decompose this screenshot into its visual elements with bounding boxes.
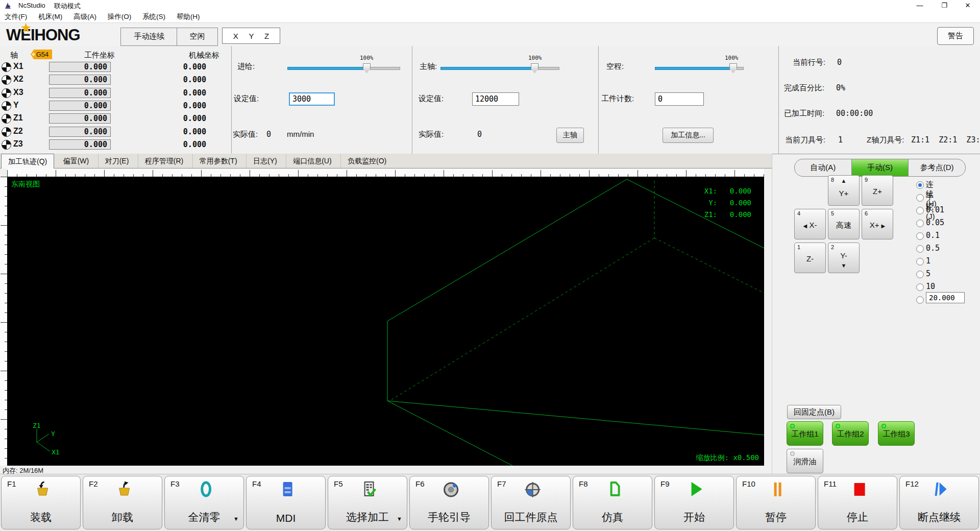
axis-row-z3: Z3 0.000 0.000 <box>0 139 214 151</box>
wcs-tag[interactable]: G54 <box>31 50 52 59</box>
menu-system[interactable]: 系统(S) <box>138 11 170 22</box>
app-icon <box>4 2 12 10</box>
tab-offset[interactable]: 偏置(W) <box>57 154 96 168</box>
fkey-clear-zero-button[interactable]: F3 全清零 ▼ <box>164 476 244 529</box>
dropdown-arrow-icon[interactable]: ▼ <box>233 516 239 522</box>
work-group-3-button[interactable]: 工作组3 <box>878 421 915 446</box>
jog-z-minus-button[interactable]: 1 Z- <box>794 243 826 273</box>
spindle-actual-label: 实际值: <box>419 130 444 139</box>
led-off-icon <box>790 451 795 456</box>
maximize-button[interactable]: ❐ <box>933 0 955 11</box>
work-coord-value: 0.000 <box>49 101 111 111</box>
work-group-2-button[interactable]: 工作组2 <box>832 421 869 446</box>
trajectory-viewport[interactable]: 东南视图 X1: 0.000 Y: 0.000 Z1: 0.000 Z1 Y X… <box>7 177 764 466</box>
readout-x-label: X1: <box>687 187 717 195</box>
tab-port-info[interactable]: 端口信息(U) <box>286 154 338 168</box>
machining-info-button[interactable]: 加工信息... <box>663 128 714 143</box>
jog-y-minus-button[interactable]: 2 Y- ▼ <box>828 243 860 273</box>
machine-coord-value: 0.000 <box>150 62 206 71</box>
readout-z-label: Z1: <box>687 210 717 219</box>
datum-icon <box>2 140 11 150</box>
mode-tab-reference[interactable]: 参考点(D) <box>908 159 965 176</box>
custom-step-input[interactable] <box>926 292 965 303</box>
fkey-load-button[interactable]: F1 装载 <box>1 476 81 529</box>
fixed-point-button[interactable]: 回固定点(B) <box>787 405 841 419</box>
workpiece-count-input[interactable] <box>655 92 704 106</box>
axes-indicator: X Y Z <box>222 28 280 44</box>
fkey-start-button[interactable]: F9 开始 <box>654 476 734 529</box>
tab-tool-calib[interactable]: 对刀(E) <box>98 154 136 168</box>
percent-complete-label: 完成百分比: <box>784 83 824 93</box>
work-coord-value: 0.000 <box>49 75 111 85</box>
tab-trajectory[interactable]: 加工轨迹(Q) <box>1 154 54 168</box>
pause-icon <box>769 480 787 499</box>
fkey-select-program-button[interactable]: F5 选择加工 ▼ <box>328 476 407 529</box>
tab-load-monitor[interactable]: 负载监控(O) <box>340 154 393 168</box>
fkey-resume-button[interactable]: F12 断点继续 <box>899 476 979 529</box>
datum-icon <box>2 114 11 124</box>
mdi-icon <box>279 480 297 499</box>
radio-icon <box>916 245 924 253</box>
menu-machine[interactable]: 机床(M) <box>34 11 67 22</box>
work-coord-value: 0.000 <box>49 127 111 137</box>
feed-slider-thumb[interactable] <box>363 63 371 73</box>
feed-slider[interactable] <box>287 67 400 70</box>
readout-x-value: 0.000 <box>716 187 751 195</box>
menu-help[interactable]: 帮助(H) <box>172 11 205 22</box>
lubricant-button[interactable]: 润滑油 <box>787 449 823 473</box>
fkey-stop-button[interactable]: F11 停止 <box>818 476 897 529</box>
rapid-label: 空程: <box>606 62 624 71</box>
machine-state-button[interactable]: 空闲 <box>177 28 218 46</box>
readout-y-value: 0.000 <box>716 199 751 207</box>
start-icon <box>687 480 705 499</box>
mode-tab-auto[interactable]: 自动(A) <box>795 159 851 176</box>
menu-advanced[interactable]: 高级(A) <box>69 11 101 22</box>
axis-z-indicator: Z <box>264 32 269 40</box>
minimize-button[interactable]: — <box>909 0 931 11</box>
tab-common-params[interactable]: 常用参数(T) <box>192 154 244 168</box>
led-on-icon <box>881 424 886 428</box>
spindle-slider[interactable] <box>440 67 559 70</box>
fkey-handwheel-guide-button[interactable]: F6 手轮引导 <box>409 476 489 529</box>
fkey-unload-button[interactable]: F2 卸载 <box>83 476 162 529</box>
fkey-simulate-button[interactable]: F8 仿真 <box>573 476 652 529</box>
spindle-set-label: 设定值: <box>419 94 444 104</box>
spindle-percent: 100% <box>528 55 542 61</box>
jog-y-plus-button[interactable]: 8 ▲ Y+ <box>828 175 860 206</box>
menu-file[interactable]: 文件(F) <box>0 11 32 22</box>
fkey-pause-button[interactable]: F10 暂停 <box>736 476 816 529</box>
jog-x-minus-button[interactable]: 4 ◀ X- <box>794 209 826 239</box>
jog-fast-button[interactable]: 5 高速 <box>828 209 860 239</box>
datum-icon <box>2 101 11 111</box>
rapid-slider[interactable] <box>655 67 744 70</box>
jog-mode-button[interactable]: 手动连续 <box>120 28 178 46</box>
mode-tab-manual[interactable]: 手动(S) <box>851 159 909 176</box>
jog-x-plus-button[interactable]: 6 X+ ▶ <box>862 209 893 239</box>
axis-x-indicator: X <box>233 32 238 40</box>
axis-row-x1: X1 0.000 0.000 <box>0 62 214 73</box>
dropdown-arrow-icon[interactable]: ▼ <box>397 516 402 522</box>
fkey-goto-origin-button[interactable]: F7 回工件原点 <box>491 476 571 529</box>
spindle-slider-thumb[interactable] <box>531 63 538 73</box>
unload-icon <box>115 480 134 499</box>
feed-set-input[interactable] <box>289 92 335 106</box>
current-line-value: 0 <box>837 58 842 67</box>
close-button[interactable]: ✕ <box>957 0 979 11</box>
handwheel-guide-icon <box>442 480 460 499</box>
work-group-1-button[interactable]: 工作组1 <box>787 421 823 446</box>
rapid-slider-thumb[interactable] <box>729 63 737 73</box>
spindle-set-input[interactable] <box>472 92 519 106</box>
menu-operate[interactable]: 操作(O) <box>103 11 136 22</box>
spindle-toggle-button[interactable]: 主轴 <box>556 128 584 143</box>
fkey-mdi-button[interactable]: F4 MDI <box>246 476 326 529</box>
jog-z-plus-button[interactable]: 9 Z+ <box>862 175 893 206</box>
work-coord-value: 0.000 <box>49 139 111 150</box>
tab-log[interactable]: 日志(Y) <box>246 154 284 168</box>
axis-y-indicator: Y <box>249 32 254 40</box>
load-icon <box>34 480 52 499</box>
machine-coord-header: 机械坐标 <box>168 51 240 60</box>
status-panel-row: 轴 G54 工件坐标 机械坐标 X1 0.000 0.000 X2 0.000 … <box>0 46 980 154</box>
tab-program-mgmt[interactable]: 程序管理(R) <box>138 154 190 168</box>
vertical-ruler <box>0 177 7 466</box>
warning-button[interactable]: 警告 <box>937 27 974 45</box>
